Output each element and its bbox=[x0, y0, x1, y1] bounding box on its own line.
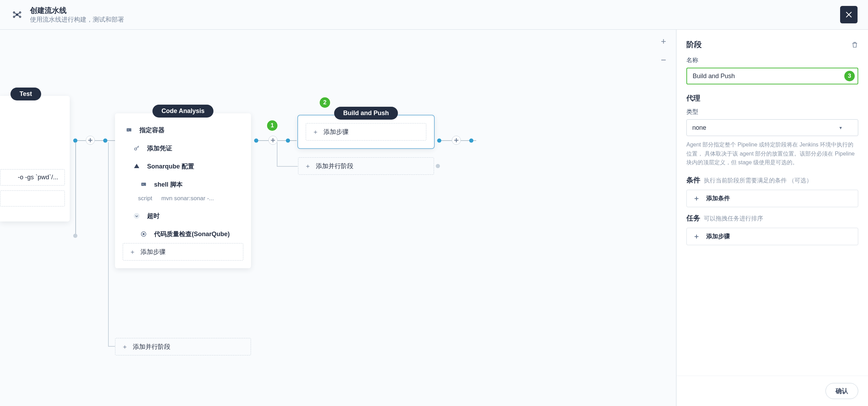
step-sonarqube-config[interactable]: Sonarqube 配置 bbox=[123, 157, 243, 175]
svg-text:>_: >_ bbox=[128, 129, 130, 131]
pipeline-logo-icon bbox=[10, 8, 24, 21]
add-step-button[interactable]: ＋ 添加步骤 bbox=[686, 228, 858, 245]
test-script-fragment[interactable]: -o -gs `pwd`/... bbox=[0, 169, 65, 186]
svg-point-17 bbox=[134, 213, 140, 219]
svg-point-13 bbox=[135, 148, 137, 150]
code-analysis-add-parallel-label: 添加并行阶段 bbox=[133, 343, 170, 351]
step-credential-label: 添加凭证 bbox=[147, 144, 172, 152]
terminal-icon: >_ bbox=[139, 180, 148, 189]
delete-stage-button[interactable] bbox=[851, 40, 858, 49]
agent-type-select[interactable]: none ▾ bbox=[686, 119, 858, 136]
code-analysis-add-step-label: 添加步骤 bbox=[140, 248, 166, 256]
add-stage-between-test-code[interactable] bbox=[86, 136, 95, 145]
add-step-label: 添加步骤 bbox=[706, 232, 730, 240]
shell-script-row[interactable]: script mvn sonar:sonar -... bbox=[123, 194, 243, 207]
page-subtitle: 使用流水线进行构建，测试和部署 bbox=[30, 15, 124, 24]
add-stage-between-code-build[interactable] bbox=[268, 136, 277, 145]
test-placeholder-row[interactable] bbox=[0, 190, 65, 206]
add-condition-label: 添加条件 bbox=[706, 194, 730, 202]
task-section-title: 任务 bbox=[686, 213, 700, 223]
stage-pill-code-analysis[interactable]: Code Analysis bbox=[152, 105, 213, 118]
close-button[interactable] bbox=[840, 6, 858, 23]
shell-script-value: mvn sonar:sonar -... bbox=[161, 195, 214, 202]
stage-pill-build-push[interactable]: Build and Push bbox=[334, 107, 398, 120]
panel-title: 阶段 bbox=[686, 39, 702, 50]
condition-section-sub: 执行当前阶段所需要满足的条件 （可选） bbox=[704, 176, 812, 185]
agent-type-value: none bbox=[692, 124, 706, 131]
svg-line-7 bbox=[15, 15, 16, 16]
stage-card-build-push[interactable]: Build and Push 2 ＋ 添加步骤 bbox=[298, 115, 434, 148]
close-icon bbox=[844, 10, 853, 19]
plus-icon: ＋ bbox=[122, 344, 128, 350]
callout-badge-1: 1 bbox=[267, 120, 277, 131]
add-condition-button[interactable]: ＋ 添加条件 bbox=[686, 190, 858, 207]
step-timeout-label: 超时 bbox=[147, 212, 160, 220]
callout-badge-3: 3 bbox=[844, 71, 855, 81]
step-timeout[interactable]: 超时 bbox=[123, 207, 243, 225]
svg-point-4 bbox=[20, 16, 21, 17]
svg-point-19 bbox=[143, 233, 145, 235]
type-label: 类型 bbox=[686, 108, 858, 116]
step-sonarqube-label: Sonarqube 配置 bbox=[147, 162, 194, 171]
stage-card-code-analysis[interactable]: Code Analysis >_ 指定容器 添加凭证 bbox=[115, 113, 251, 268]
terminal-icon: >_ bbox=[125, 126, 133, 134]
svg-line-8 bbox=[18, 15, 20, 16]
code-analysis-add-step[interactable]: ＋ 添加步骤 bbox=[123, 243, 243, 261]
build-push-add-parallel[interactable]: ＋ 添加并行阶段 bbox=[298, 157, 434, 175]
build-push-add-step[interactable]: ＋ 添加步骤 bbox=[306, 123, 426, 141]
chevron-down-icon: ▾ bbox=[839, 125, 842, 130]
shell-script-key: script bbox=[138, 195, 152, 202]
build-push-add-step-label: 添加步骤 bbox=[323, 128, 349, 136]
zoom-out-button[interactable]: − bbox=[661, 55, 666, 65]
step-credential[interactable]: 添加凭证 bbox=[123, 139, 243, 157]
svg-point-1 bbox=[13, 12, 15, 13]
stage-name-input[interactable] bbox=[686, 68, 858, 84]
step-quality-label: 代码质量检查(SonarQube) bbox=[154, 230, 230, 238]
plus-icon: ＋ bbox=[129, 249, 136, 255]
plus-icon: ＋ bbox=[305, 163, 311, 169]
agent-section-title: 代理 bbox=[686, 93, 858, 103]
header-title-block: 创建流水线 使用流水线进行构建，测试和部署 bbox=[30, 5, 124, 24]
confirm-button[interactable]: 确认 bbox=[825, 383, 858, 399]
condition-section-title: 条件 bbox=[686, 175, 700, 185]
stage-card-test[interactable]: Test -o -gs `pwd`/... bbox=[0, 96, 70, 221]
svg-line-5 bbox=[15, 13, 16, 14]
agent-helper-text: Agent 部分指定整个 Pipeline 或特定阶段将在 Jenkins 环境… bbox=[686, 140, 858, 167]
header-bar: 创建流水线 使用流水线进行构建，测试和部署 bbox=[0, 0, 868, 30]
stage-config-panel: 阶段 名称 3 代理 类型 none ▾ Agent 部分指定整个 Pipeli… bbox=[676, 30, 868, 406]
zoom-controls: + − bbox=[661, 37, 666, 65]
svg-text:>_: >_ bbox=[142, 183, 145, 186]
plus-icon: ＋ bbox=[693, 232, 700, 241]
svg-marker-14 bbox=[134, 164, 139, 168]
name-label: 名称 bbox=[686, 56, 858, 64]
stage-pill-test[interactable]: Test bbox=[10, 88, 41, 100]
callout-badge-2: 2 bbox=[320, 97, 330, 108]
plus-icon: ＋ bbox=[312, 129, 319, 135]
chevron-down-icon bbox=[132, 212, 141, 220]
key-icon bbox=[132, 144, 141, 152]
sonarqube-icon bbox=[132, 162, 141, 171]
svg-line-6 bbox=[18, 13, 20, 14]
step-container-label: 指定容器 bbox=[139, 126, 165, 134]
step-container[interactable]: >_ 指定容器 bbox=[123, 121, 243, 139]
step-shell-label: shell 脚本 bbox=[154, 180, 183, 189]
test-script-text: -o -gs `pwd`/... bbox=[18, 174, 58, 181]
task-section-sub: 可以拖拽任务进行排序 bbox=[704, 215, 763, 223]
zoom-in-button[interactable]: + bbox=[661, 37, 666, 46]
code-analysis-add-parallel[interactable]: ＋ 添加并行阶段 bbox=[115, 338, 251, 355]
add-stage-after-build[interactable] bbox=[452, 136, 461, 145]
plus-icon: ＋ bbox=[693, 194, 700, 203]
trash-icon bbox=[851, 40, 858, 49]
pipeline-canvas[interactable]: + − Test -o -gs `pwd`/... bbox=[0, 30, 676, 406]
record-icon bbox=[139, 230, 148, 238]
svg-point-3 bbox=[13, 16, 15, 17]
build-push-add-parallel-label: 添加并行阶段 bbox=[316, 162, 353, 170]
step-shell[interactable]: >_ shell 脚本 bbox=[123, 175, 243, 194]
step-quality-gate[interactable]: 代码质量检查(SonarQube) bbox=[123, 225, 243, 243]
page-title: 创建流水线 bbox=[30, 5, 124, 15]
svg-point-2 bbox=[20, 12, 21, 13]
